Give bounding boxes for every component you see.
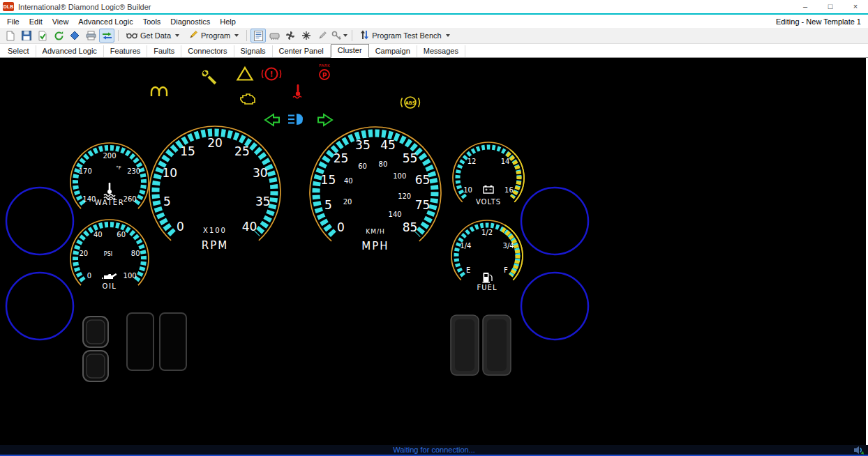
- gauge-volts: 10121416VOLTS: [453, 142, 524, 206]
- svg-text:80: 80: [131, 250, 140, 257]
- svg-text:15: 15: [180, 144, 195, 158]
- svg-text:230: 230: [127, 167, 140, 175]
- get-data-button[interactable]: Get Data: [122, 29, 184, 43]
- svg-text:PSI: PSI: [104, 251, 112, 257]
- gauge-placeholder-circle: [521, 273, 588, 340]
- rocker-switch: [451, 315, 479, 375]
- close-button[interactable]: ×: [843, 0, 868, 13]
- app-logo-icon: DLB: [3, 2, 14, 11]
- refresh-icon[interactable]: [51, 29, 66, 43]
- svg-text:F: F: [504, 266, 508, 274]
- svg-text:16: 16: [504, 186, 514, 194]
- svg-text:PARK: PARK: [319, 63, 330, 68]
- water-temp-icon: [104, 183, 115, 199]
- editing-status-label: Editing - New Template 1: [776, 17, 868, 26]
- svg-text:25: 25: [334, 151, 349, 165]
- svg-text:60: 60: [117, 231, 126, 238]
- menu-item-file[interactable]: File: [2, 17, 24, 26]
- tab-features[interactable]: Features: [104, 45, 147, 57]
- svg-text:10: 10: [463, 186, 472, 194]
- menu-item-diagnostics[interactable]: Diagnostics: [165, 17, 215, 26]
- diamond-logic-icon[interactable]: [67, 29, 82, 43]
- svg-text:35: 35: [355, 138, 371, 152]
- svg-text:°F: °F: [116, 165, 121, 171]
- new-document-icon[interactable]: [3, 29, 18, 43]
- gauge-mph: 05152535455565758520406080100120140KM/HM…: [310, 127, 441, 252]
- coolant-temp-warning-icon: [293, 84, 301, 98]
- minimize-button[interactable]: –: [793, 0, 818, 13]
- tab-advanced-logic[interactable]: Advanced Logic: [36, 45, 104, 57]
- tab-connectors[interactable]: Connectors: [181, 45, 234, 57]
- svg-text:X100: X100: [203, 227, 227, 234]
- svg-text:60: 60: [358, 162, 367, 170]
- status-bar: Waiting for connection...: [0, 445, 868, 456]
- menu-item-tools[interactable]: Tools: [138, 17, 166, 26]
- tab-cluster[interactable]: Cluster: [331, 44, 369, 58]
- gauge-fuel: E1/41/23/4FFUEL: [451, 220, 523, 291]
- wrench-icon: [201, 69, 218, 86]
- tab-messages[interactable]: Messages: [417, 45, 465, 57]
- menu-item-edit[interactable]: Edit: [24, 17, 47, 26]
- svg-text:MPH: MPH: [361, 240, 389, 252]
- svg-text:20: 20: [343, 198, 352, 206]
- audio-device-icon[interactable]: [853, 445, 865, 456]
- window-controls: – □ ×: [793, 0, 868, 13]
- validate-icon[interactable]: [35, 29, 50, 43]
- svg-text:14: 14: [501, 158, 510, 165]
- title-bar: DLB International® Diamond Logic® Builde…: [0, 0, 868, 13]
- report-view-button[interactable]: [250, 29, 266, 43]
- svg-text:100: 100: [124, 272, 137, 280]
- svg-text:30: 30: [253, 166, 268, 180]
- test-bench-button[interactable]: Program Test Bench: [356, 29, 454, 43]
- svg-text:65: 65: [415, 173, 431, 187]
- cluster-graphic: ! PARK P ABS 1: [0, 58, 868, 445]
- svg-text:5: 5: [163, 195, 171, 208]
- tab-campaign[interactable]: Campaign: [369, 45, 417, 57]
- park-brake-icon: PARK P: [319, 63, 330, 79]
- gauge-placeholder-circle: [521, 188, 588, 254]
- tab-signals[interactable]: Signals: [234, 45, 273, 57]
- svg-text:10: 10: [162, 166, 177, 180]
- menu-item-help[interactable]: Help: [215, 17, 241, 26]
- save-icon[interactable]: [19, 29, 34, 43]
- tab-bar: Select Advanced Logic Features Faults Co…: [0, 44, 868, 58]
- dropdown-caret-icon: [446, 34, 450, 37]
- svg-text:12: 12: [467, 158, 477, 165]
- print-icon[interactable]: [83, 29, 98, 43]
- svg-text:1/2: 1/2: [481, 229, 493, 236]
- svg-text:80: 80: [379, 160, 388, 168]
- toolbar: Get Data Program Program Test Bench: [0, 28, 868, 44]
- svg-text:100: 100: [393, 172, 406, 180]
- maximize-button[interactable]: □: [818, 0, 843, 13]
- tab-center-panel[interactable]: Center Panel: [273, 45, 331, 57]
- status-message: Waiting for connection...: [393, 446, 475, 454]
- svg-text:FUEL: FUEL: [477, 284, 497, 291]
- test-bench-label: Program Test Bench: [372, 31, 441, 40]
- gauge-placeholder-circle: [6, 188, 73, 254]
- svg-text:P: P: [322, 72, 327, 79]
- switch-blank-small-top: [83, 317, 108, 347]
- menu-item-advanced-logic[interactable]: Advanced Logic: [73, 17, 137, 26]
- glasses-icon: [126, 31, 137, 40]
- fan-icon[interactable]: [283, 29, 298, 43]
- snowflake-icon[interactable]: [299, 29, 314, 43]
- program-button[interactable]: Program: [184, 29, 243, 43]
- get-data-label: Get Data: [140, 31, 171, 40]
- menu-item-view[interactable]: View: [47, 17, 74, 26]
- svg-text:5: 5: [324, 198, 332, 212]
- svg-text:VOLTS: VOLTS: [476, 198, 501, 206]
- memory-icon[interactable]: [267, 29, 282, 43]
- svg-text:75: 75: [415, 198, 431, 212]
- svg-text:140: 140: [389, 211, 402, 218]
- tab-faults[interactable]: Faults: [147, 45, 181, 57]
- svg-text:260: 260: [124, 195, 137, 203]
- svg-text:3/4: 3/4: [503, 242, 514, 250]
- svg-text:140: 140: [82, 195, 96, 203]
- cluster-editor-canvas[interactable]: ! PARK P ABS 1: [0, 58, 868, 445]
- tab-select[interactable]: Select: [1, 45, 36, 57]
- svg-text:0: 0: [337, 220, 345, 234]
- edit-pencil-icon[interactable]: [315, 29, 330, 43]
- connect-button[interactable]: [99, 29, 114, 43]
- key-icon[interactable]: [331, 29, 348, 43]
- toolbar-separator: [352, 30, 352, 41]
